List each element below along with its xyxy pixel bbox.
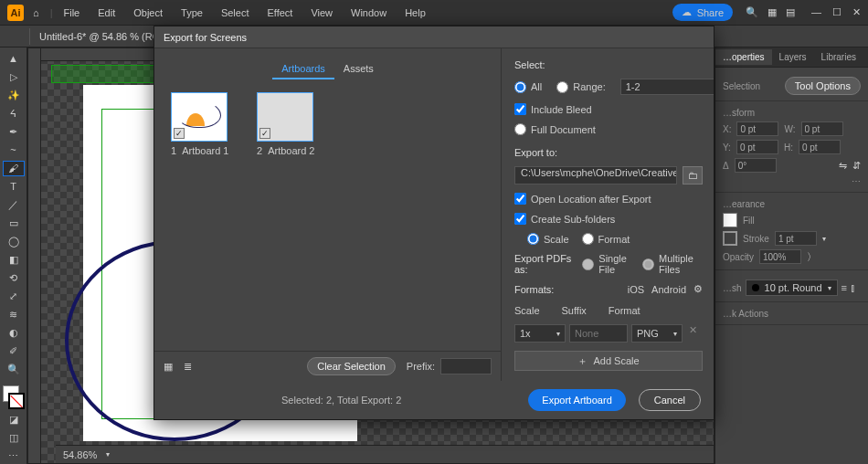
brush-lib-icon[interactable]: ⫿ [851, 282, 856, 293]
stroke-swatch[interactable] [723, 231, 737, 246]
artboard-thumb-1[interactable]: ✓ 1Artboard 1 [171, 92, 238, 156]
radio-full-document[interactable]: Full Document [514, 123, 703, 135]
tab-properties[interactable]: …operties [715, 49, 772, 65]
color-swatches[interactable] [3, 385, 25, 409]
thumb-name: Artboard 2 [268, 145, 314, 156]
tab-layers[interactable]: Layers [772, 49, 814, 65]
window-close-icon[interactable]: ✕ [852, 6, 861, 18]
menu-select[interactable]: Select [214, 4, 257, 22]
opacity-input[interactable] [759, 249, 801, 264]
menu-object[interactable]: Object [126, 4, 170, 22]
share-button[interactable]: ☁Share [672, 4, 733, 21]
home-icon[interactable]: ⌂ [33, 7, 39, 18]
zoom-level[interactable]: 54.86% [63, 449, 97, 460]
draw-mode-icon[interactable]: ◫ [3, 430, 25, 446]
edit-toolbar-icon[interactable]: ⋯ [3, 448, 25, 464]
prefix-label: Prefix: [407, 361, 435, 372]
menu-window[interactable]: Window [344, 4, 394, 22]
export-path-input[interactable]: C:\Users\mcphe\OneDrive\Creative Cloud [514, 166, 677, 185]
flip-h-icon[interactable]: ⇋ [839, 160, 847, 172]
format-select[interactable]: PNG▾ [631, 324, 683, 343]
brush-preset[interactable]: 10 pt. Round ▾ [746, 279, 838, 296]
list-view-icon[interactable]: ≣ [184, 361, 192, 373]
w-input[interactable] [801, 121, 843, 136]
x-input[interactable] [736, 121, 778, 136]
browse-folder-button[interactable]: 🗀 [683, 166, 703, 185]
gear-icon[interactable]: ⚙ [693, 283, 703, 295]
menu-help[interactable]: Help [397, 4, 433, 22]
opacity-arrow-icon[interactable]: 〉 [807, 250, 817, 264]
footer-selection-info: Selected: 2, Total Export: 2 [167, 395, 515, 406]
window-max-icon[interactable]: ☐ [832, 6, 842, 18]
prefix-input[interactable] [440, 358, 492, 374]
eraser-tool[interactable]: ◧ [3, 252, 25, 268]
include-bleed-checkbox[interactable]: Include Bleed [514, 103, 703, 115]
radio-all[interactable]: All [514, 81, 542, 93]
y-input[interactable] [736, 140, 778, 154]
android-preset[interactable]: Android [651, 284, 686, 295]
appearance-label: …earance [723, 199, 765, 209]
workspace-icon[interactable]: ▦ [767, 6, 777, 18]
open-location-checkbox[interactable]: Open Location after Export [514, 193, 703, 205]
scale-select[interactable]: 1x▾ [514, 324, 566, 343]
brush-tool[interactable]: 🖌 [3, 161, 25, 176]
width-tool[interactable]: ≋ [3, 307, 25, 322]
remove-row-icon[interactable]: ✕ [686, 324, 699, 343]
thumb-check-icon[interactable]: ✓ [259, 128, 270, 139]
flip-v-icon[interactable]: ⇵ [852, 160, 861, 172]
angle-input[interactable] [735, 158, 777, 173]
color-mode-icon[interactable]: ◪ [3, 412, 25, 427]
lasso-tool[interactable]: ᔦ [3, 106, 25, 121]
rectangle-tool[interactable]: ▭ [3, 216, 25, 231]
create-subfolders-checkbox[interactable]: Create Sub-folders [514, 213, 703, 225]
range-input[interactable] [620, 79, 714, 95]
suffix-input[interactable]: None [569, 324, 628, 343]
radio-range[interactable]: Range: [556, 81, 605, 93]
scale-tool[interactable]: ⤢ [3, 289, 25, 304]
h-input[interactable] [799, 140, 841, 154]
search-icon[interactable]: 🔍 [746, 6, 758, 18]
cancel-button[interactable]: Cancel [639, 389, 701, 411]
arrange-icon[interactable]: ▤ [786, 6, 795, 18]
menu-view[interactable]: View [303, 4, 340, 22]
pen-tool[interactable]: ✒ [3, 124, 25, 140]
eyedropper-tool[interactable]: ✐ [3, 343, 25, 359]
add-scale-button[interactable]: ＋Add Scale [514, 351, 703, 371]
type-tool[interactable]: T [3, 179, 25, 195]
rotate-tool[interactable]: ⟲ [3, 270, 25, 286]
tab-artboards[interactable]: Artboards [272, 59, 334, 79]
export-artboard-button[interactable]: Export Artboard [528, 389, 625, 411]
menu-edit[interactable]: Edit [90, 4, 122, 22]
angle-label: Δ [723, 161, 729, 171]
grid-view-icon[interactable]: ▦ [164, 361, 173, 373]
menu-file[interactable]: File [57, 4, 88, 22]
clear-selection-button[interactable]: Clear Selection [307, 357, 396, 375]
fill-swatch[interactable] [723, 213, 737, 227]
menu-effect[interactable]: Effect [259, 4, 300, 22]
top-menu-bar: Ai ⌂ | File Edit Object Type Select Effe… [0, 0, 868, 26]
left-toolbar: ▲ ▷ ✨ ᔦ ✒ ~ 🖌 T ／ ▭ ◯ ◧ ⟲ ⤢ ≋ ◐ ✐ 🔍 ◪ ◫ … [0, 47, 27, 464]
menu-type[interactable]: Type [174, 4, 210, 22]
ios-preset[interactable]: iOS [628, 284, 644, 295]
more-options-icon[interactable]: ⋯ [852, 176, 861, 186]
tab-assets[interactable]: Assets [334, 59, 383, 79]
folder-icon: 🗀 [688, 170, 698, 181]
curvature-tool[interactable]: ~ [3, 142, 25, 158]
window-min-icon[interactable]: — [811, 6, 821, 18]
brush-panel-icon[interactable]: ≡ [842, 282, 847, 293]
artboard-thumb-2[interactable]: ✓ 2Artboard 2 [257, 92, 324, 156]
direct-selection-tool[interactable]: ▷ [3, 69, 25, 85]
selection-tool[interactable]: ▲ [3, 51, 25, 67]
thumb-num: 2 [257, 145, 262, 156]
line-tool[interactable]: ／ [3, 197, 25, 213]
subfolder-format-radio[interactable]: Format [582, 233, 630, 245]
subfolder-scale-radio[interactable]: Scale [527, 233, 569, 245]
stroke-weight-input[interactable] [775, 231, 817, 246]
gradient-tool[interactable]: ◐ [3, 325, 25, 341]
magic-wand-tool[interactable]: ✨ [3, 88, 25, 103]
tab-libraries[interactable]: Libraries [814, 49, 863, 65]
tool-options-button[interactable]: Tool Options [785, 77, 861, 95]
shape-tool[interactable]: ◯ [3, 234, 25, 249]
zoom-tool[interactable]: 🔍 [3, 362, 25, 377]
thumb-check-icon[interactable]: ✓ [174, 128, 185, 139]
